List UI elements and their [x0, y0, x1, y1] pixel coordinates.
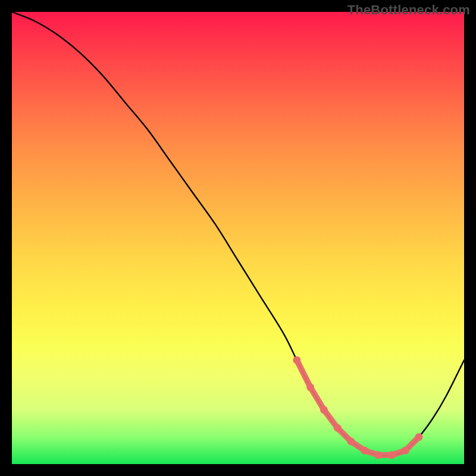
plot-svg: [12, 12, 464, 464]
plot-area: [12, 12, 464, 464]
minimum-plateau-connector: [297, 360, 419, 455]
watermark-text: TheBottleneck.com: [347, 2, 470, 18]
plateau-dot: [388, 451, 396, 459]
plateau-dot: [415, 433, 423, 441]
plateau-dot: [293, 356, 300, 364]
plateau-dot: [374, 451, 382, 459]
plateau-dot: [306, 383, 314, 391]
plateau-dot: [320, 406, 328, 414]
plateau-dot: [402, 447, 409, 455]
chart-frame: TheBottleneck.com: [0, 0, 476, 476]
plateau-dot: [361, 447, 368, 455]
bottleneck-curve: [12, 12, 464, 456]
plateau-dot: [334, 424, 342, 432]
plateau-dot: [347, 438, 355, 446]
